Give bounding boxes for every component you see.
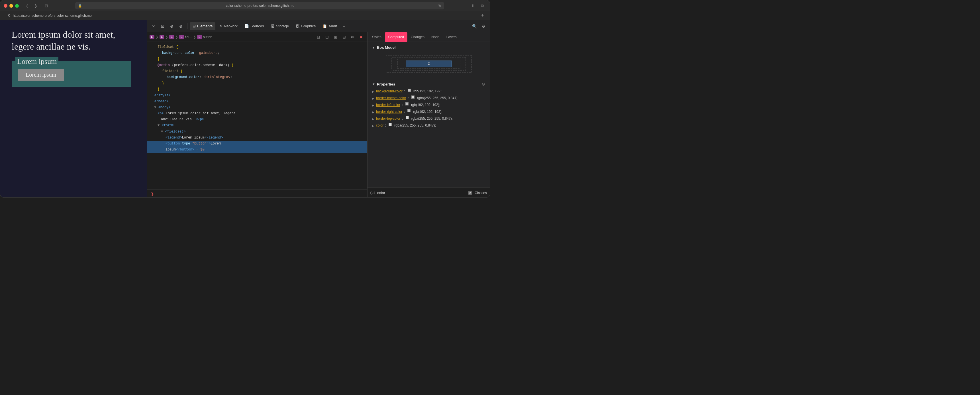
layers-tab-label: Layers — [446, 35, 457, 39]
new-tab-add-button[interactable]: + — [479, 13, 486, 19]
computed-tab-label: Computed — [388, 35, 404, 39]
color-swatch-border-top-color[interactable] — [406, 116, 409, 119]
pencil-button[interactable]: ✏ — [349, 33, 356, 41]
devtools-device-button[interactable]: ⊕ — [168, 22, 176, 30]
properties-title: Properties — [377, 82, 395, 86]
layout-button[interactable]: ⊟ — [340, 33, 348, 41]
devtools: ✕ ⊡ ⊕ ⊕ ⊞ Elements ↻ Network 📄 Sources 🗄… — [147, 20, 490, 198]
box-model-svg: 2 — — [383, 54, 474, 74]
property-row-border-bottom-color: ▶ border-bottom-color : rgba(255, 255, 2… — [372, 96, 485, 100]
code-line: ▼ <fieldset> — [147, 129, 367, 135]
code-line: </head> — [147, 99, 367, 105]
code-line: </style> — [147, 92, 367, 99]
tab-node[interactable]: Node — [428, 32, 443, 42]
search-clear-button[interactable]: ✕ — [468, 191, 473, 195]
prop-name-border-left-color[interactable]: border-left-color — [376, 102, 400, 107]
property-search-input[interactable] — [377, 191, 466, 195]
address-bar: 🔒 color-scheme-prefers-color-scheme.glit… — [75, 2, 444, 10]
fieldset-legend: Lorem ipsum — [15, 57, 59, 66]
devtools-more-button[interactable]: » — [341, 24, 347, 29]
sidebar-toggle-button[interactable]: ⊡ — [43, 3, 50, 8]
tab-layers[interactable]: Layers — [443, 32, 460, 42]
refresh-button[interactable]: ↻ — [438, 4, 441, 8]
browser-tab[interactable]: C https://color-scheme-prefers-color-sch… — [4, 11, 95, 20]
devtools-left-panel: E ❯ E ❯ E ❯ E fiel... ❯ — [147, 32, 367, 198]
code-panel: fieldset { background-color: gainsboro; … — [147, 42, 367, 198]
share-button[interactable]: ⬆ — [469, 3, 477, 8]
page-large-text: Lorem ipsum dolor sit amet,legere ancill… — [12, 29, 135, 53]
sources-icon: 📄 — [245, 24, 249, 28]
prop-name-border-right-color[interactable]: border-right-color — [376, 109, 402, 114]
properties-header: ▼ Properties ⊙ — [372, 82, 485, 86]
devtools-search-button[interactable]: 🔍 — [470, 22, 478, 30]
breadcrumb-item-2[interactable]: E — [159, 35, 164, 39]
elements-tab-label: Elements — [197, 24, 213, 28]
color-swatch-border-left-color[interactable] — [406, 102, 409, 105]
network-icon: ↻ — [220, 24, 223, 28]
prop-name-color[interactable]: color — [376, 123, 383, 128]
classes-button[interactable]: Classes — [475, 191, 487, 195]
styles-tab-label: Styles — [372, 35, 382, 39]
breadcrumb-item-3[interactable]: E — [169, 35, 174, 39]
lorem-button[interactable]: Lorem ipsum — [18, 68, 64, 81]
color-swatch-color[interactable] — [388, 123, 392, 126]
property-row-color: ▶ color : rgba(255, 255, 255, 0.847); — [372, 123, 485, 128]
property-row-border-left-color: ▶ border-left-color : rgb(192, 192, 192)… — [372, 102, 485, 107]
tab-computed[interactable]: Computed — [385, 32, 407, 42]
breadcrumb-tag-4: E — [179, 35, 184, 39]
tab-changes[interactable]: Changes — [407, 32, 428, 42]
prop-name-border-bottom-color[interactable]: border-bottom-color — [376, 96, 406, 100]
prop-name-background-color[interactable]: background-color — [376, 89, 402, 94]
highlight-button[interactable]: ■ — [358, 33, 365, 41]
prop-value-border-right-color: rgb(192, 192, 192); — [413, 109, 442, 114]
traffic-lights — [4, 4, 19, 8]
property-row-background-color: ▶ background-color : rgb(192, 192, 192); — [372, 89, 485, 94]
devtools-tab-storage[interactable]: 🗄 Storage — [268, 22, 292, 30]
print-button[interactable]: ⊡ — [323, 33, 331, 41]
prop-expand-arrow-6[interactable]: ▶ — [372, 124, 374, 128]
prop-expand-arrow[interactable]: ▶ — [372, 89, 374, 94]
devtools-inspect-element-button[interactable]: ⊡ — [159, 22, 167, 30]
grid-view-button[interactable]: ⊟ — [315, 33, 322, 41]
breadcrumb-bar: E ❯ E ❯ E ❯ E fiel... ❯ — [147, 32, 367, 42]
breadcrumb-item-1[interactable]: E — [150, 35, 154, 39]
breadcrumb-item-4[interactable]: E fiel... — [179, 35, 192, 39]
code-area: fieldset { background-color: gainsboro; … — [147, 42, 367, 190]
color-swatch-background-color[interactable] — [408, 89, 411, 92]
devtools-settings-button[interactable]: ⚙ — [479, 22, 487, 30]
devtools-tab-network[interactable]: ↻ Network — [216, 22, 240, 30]
audit-tab-label: Audit — [328, 24, 337, 28]
maximize-button[interactable] — [15, 4, 19, 8]
devtools-tab-sources[interactable]: 📄 Sources — [242, 22, 267, 30]
forward-button[interactable]: ❯ — [32, 3, 39, 8]
devtools-tab-graphics[interactable]: 🖼 Graphics — [293, 22, 318, 30]
devtools-target-button[interactable]: ⊕ — [177, 22, 185, 30]
code-line: @media (prefers-color-scheme: dark) { — [147, 62, 367, 68]
new-tab-button[interactable]: ⧉ — [479, 3, 486, 8]
box-model-section: ▼ Box Model 2 — [368, 42, 490, 79]
lock-icon: 🔒 — [78, 4, 82, 8]
prop-expand-arrow-4[interactable]: ▶ — [372, 110, 374, 114]
devtools-close-button[interactable]: ✕ — [150, 22, 158, 30]
devtools-tab-audit[interactable]: 📋 Audit — [320, 22, 340, 30]
right-panel: Styles Computed Changes Node Layers — [367, 32, 490, 198]
code-line: fieldset { — [147, 68, 367, 74]
right-panel-tabs: Styles Computed Changes Node Layers — [368, 32, 490, 42]
breadcrumb-text-5: button — [203, 35, 212, 39]
prop-expand-arrow-3[interactable]: ▶ — [372, 103, 374, 107]
breadcrumb-item-5[interactable]: E button — [197, 35, 212, 39]
color-swatch-border-right-color[interactable] — [407, 109, 410, 112]
prop-name-border-top-color[interactable]: border-top-color — [376, 116, 400, 121]
minimize-button[interactable] — [10, 4, 13, 8]
back-button[interactable]: ❮ — [23, 3, 31, 8]
quad-view-button[interactable]: ⊞ — [332, 33, 339, 41]
code-line-selected[interactable]: <button type="button">Lorem — [147, 141, 367, 147]
tab-styles[interactable]: Styles — [369, 32, 385, 42]
devtools-tab-elements[interactable]: ⊞ Elements — [190, 22, 215, 30]
close-button[interactable] — [4, 4, 7, 8]
color-swatch-border-bottom-color[interactable] — [411, 96, 415, 99]
properties-filter-icon[interactable]: ⊙ — [482, 82, 485, 86]
prop-expand-arrow-5[interactable]: ▶ — [372, 117, 374, 121]
prop-expand-arrow-2[interactable]: ▶ — [372, 96, 374, 100]
prop-colon-5: : — [402, 116, 403, 121]
